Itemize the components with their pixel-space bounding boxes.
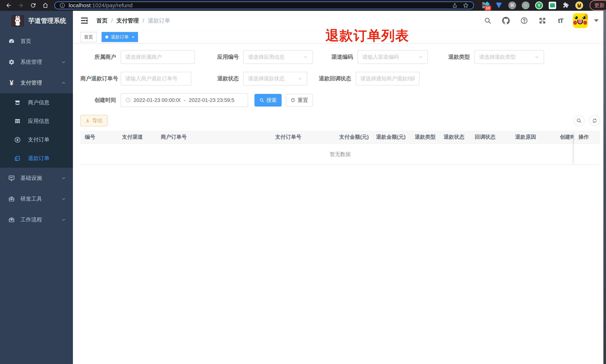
sidebar-item-system[interactable]: 系统管理 (0, 52, 73, 73)
bookmark-star-icon[interactable] (462, 2, 469, 9)
window-edge-scrollbar[interactable] (603, 11, 606, 364)
search-icon[interactable] (482, 15, 494, 26)
tag-home[interactable]: 首页 (80, 32, 97, 42)
empty-text: 暂无数据 (330, 151, 351, 158)
app-title: 芋道管理系统 (28, 16, 66, 25)
extension-gem-icon[interactable] (495, 1, 503, 10)
reset-button-label: 重置 (298, 97, 308, 104)
extension-record-icon[interactable] (522, 1, 530, 10)
tag-close-icon[interactable]: × (132, 35, 134, 39)
sidebar-item-workflow[interactable]: 工作流程 (0, 209, 73, 230)
chevron-down-icon (410, 76, 415, 81)
app-select[interactable]: 请选择应用信息 (243, 50, 313, 64)
address-bar[interactable]: localhost:1024/pay/refund (54, 1, 474, 9)
user-avatar[interactable] (573, 13, 588, 28)
page-content: 所属商户 应用编号 请选择应用信息 渠道编码 请输入渠道编码 退款类型 请选择退… (73, 43, 606, 165)
column-header: 回调状态 (470, 133, 511, 141)
page-title-annotation: 退款订单列表 (326, 27, 409, 45)
channel-select[interactable]: 请输入渠道编码 (357, 50, 428, 64)
column-header: 编号 (80, 133, 118, 141)
chevron-up-icon (61, 80, 66, 86)
placeholder-text: 请选择退款状态 (248, 75, 296, 82)
sidebar-item-label: 研发工具 (20, 195, 42, 203)
share-icon[interactable] (452, 2, 458, 8)
filter-label: 退款回调状态 (307, 75, 356, 82)
breadcrumb-pay[interactable]: 支付管理 (117, 17, 139, 25)
sidebar-item-pay-order[interactable]: 支付订单 (0, 130, 73, 149)
avatar-caret-icon[interactable] (594, 19, 599, 22)
extension-tabs-icon[interactable]: 10 (481, 1, 489, 10)
fullscreen-icon[interactable] (536, 15, 548, 26)
date-separator: - (184, 97, 185, 103)
sidebar: 芋道管理系统 首页 系统管理 ¥ 支付管理 (0, 11, 73, 364)
filter-label: 创建时间 (80, 96, 120, 104)
table-grid-icon (14, 118, 21, 124)
hide-search-icon[interactable] (574, 115, 584, 126)
sidebar-item-dev-tools[interactable]: 研发工具 (0, 189, 73, 209)
column-header: 操作 (574, 130, 600, 144)
tag-refund-order[interactable]: 退款订单 × (102, 32, 138, 42)
refund-type-select[interactable]: 请选择退款类型 (474, 50, 544, 64)
fixed-action-column: 操作 (574, 130, 600, 166)
filter-row-3: 创建时间 2022-01-23 00:00:00 - 2022-01-23 23… (80, 93, 600, 107)
browser-home-button[interactable] (42, 2, 49, 9)
yen-circle-icon (14, 136, 21, 143)
placeholder-text: 请选择应用信息 (248, 53, 301, 61)
help-icon[interactable] (518, 15, 530, 26)
filter-label: 退款状态 (191, 75, 243, 82)
chevron-down-icon (61, 217, 66, 222)
column-header: 支付订单号 (271, 133, 335, 141)
briefcase-icon (8, 217, 15, 223)
merchant-refund-no-input[interactable] (120, 72, 191, 86)
navbar-actions: tT (482, 13, 599, 28)
extensions-row: 10 ⌘ Y (481, 1, 583, 10)
chevron-down-icon (298, 76, 303, 81)
extensions-puzzle-icon[interactable] (562, 1, 570, 10)
sidebar-item-home[interactable]: 首页 (0, 31, 73, 52)
merchant-input[interactable] (120, 50, 195, 64)
browser-back-button[interactable] (5, 2, 12, 9)
date-end[interactable]: 2022-01-23 23:59:59 (189, 97, 235, 103)
filter-row-1: 所属商户 应用编号 请选择应用信息 渠道编码 请输入渠道编码 退款类型 请选择退… (80, 50, 600, 64)
sidebar-item-infra[interactable]: 基础设施 (0, 168, 73, 189)
notify-status-select[interactable]: 请选择通知商户退款结果的 (356, 72, 420, 86)
monitor-chart-icon (8, 175, 15, 182)
font-size-icon[interactable]: tT (555, 15, 566, 26)
extension-badge: 10 (485, 5, 491, 11)
sidebar-item-merchant-info[interactable]: 商户信息 (0, 93, 73, 112)
breadcrumb-home[interactable]: 首页 (96, 17, 107, 25)
filter-label: 应用编号 (195, 53, 243, 61)
extension-y-icon[interactable]: Y (535, 1, 543, 10)
clock-icon (125, 97, 131, 103)
browser-profile-avatar[interactable] (575, 1, 583, 10)
extension-chat-icon[interactable] (548, 1, 556, 10)
sidebar-item-label: 支付订单 (28, 136, 50, 143)
sidebar-item-label: 工作流程 (20, 216, 42, 223)
sidebar-item-pay[interactable]: ¥ 支付管理 (0, 73, 73, 93)
chevron-down-icon (61, 196, 66, 202)
table-header-row: 编号 支付渠道 商户订单号 支付订单号 支付金额(元) 退款金额(元) 退款类型… (80, 130, 600, 144)
refresh-table-icon[interactable] (589, 115, 600, 126)
browser-forward-button[interactable] (17, 2, 25, 9)
sidebar-item-app-info[interactable]: 应用信息 (0, 112, 73, 130)
date-start[interactable]: 2022-01-23 00:00:00 (133, 97, 180, 103)
sidebar-logo[interactable]: 芋道管理系统 (0, 11, 73, 31)
browser-update-button[interactable]: 更新 (590, 0, 606, 11)
sidebar-collapse-icon[interactable] (80, 17, 89, 24)
top-navbar: 首页 / 支付管理 / 退款订单 退款订单列表 (73, 11, 606, 31)
table-toolbar: 导出 (80, 115, 600, 126)
filter-row-2: 商户退款订单号 退款状态 请选择退款状态 退款回调状态 请选择通知商户退款结果的 (80, 72, 600, 86)
browser-refresh-button[interactable] (29, 2, 37, 9)
date-range-picker[interactable]: 2022-01-23 00:00:00 - 2022-01-23 23:59:5… (120, 93, 248, 107)
reset-button[interactable]: 重置 (286, 94, 313, 106)
column-header: 支付金额(元) (335, 133, 372, 141)
refund-status-select[interactable]: 请选择退款状态 (243, 72, 307, 86)
placeholder-text: 请选择通知商户退款结果的 (360, 75, 415, 82)
search-button[interactable]: 搜索 (254, 94, 282, 106)
github-icon[interactable] (500, 15, 512, 26)
sidebar-item-refund-order[interactable]: 退款订单 (0, 149, 73, 168)
extension-command-icon[interactable]: ⌘ (508, 1, 516, 10)
column-header: 退款类型 (410, 133, 439, 141)
export-button[interactable]: 导出 (80, 115, 107, 126)
site-info-icon[interactable] (59, 2, 65, 8)
